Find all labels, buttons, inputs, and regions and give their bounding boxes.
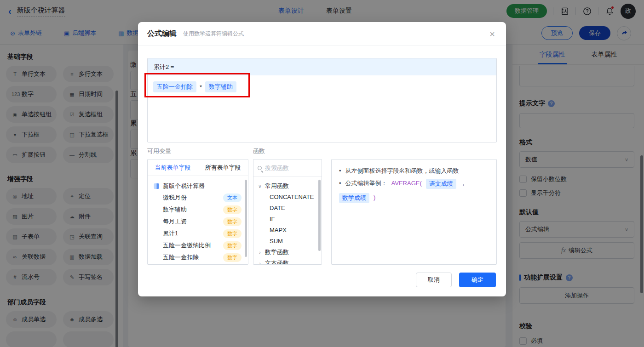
confirm-button[interactable]: 确定 bbox=[459, 273, 496, 287]
function-item[interactable]: DATE bbox=[258, 203, 322, 214]
variable-type-badge: 数字 bbox=[223, 229, 242, 238]
example-field-token: 数学成绩 bbox=[339, 193, 369, 203]
function-item[interactable]: MAPX bbox=[258, 225, 322, 236]
modal-footer: 取消 确定 bbox=[416, 273, 496, 287]
close-icon[interactable]: × bbox=[489, 29, 495, 39]
variable-name: 累计1 bbox=[163, 229, 178, 238]
help-line-1: • 从左侧面板选择字段名和函数，或输入函数 bbox=[339, 166, 489, 176]
cancel-button[interactable]: 取消 bbox=[416, 273, 452, 287]
chevron-right-icon: › bbox=[258, 250, 262, 255]
function-search bbox=[253, 159, 322, 176]
function-group-common[interactable]: ∨ 常用函数 bbox=[258, 181, 322, 192]
variables-tree: 新版个税计算器 缴税月份 文本 数字辅助 数字 bbox=[148, 176, 248, 263]
function-list: ∨ 常用函数 CONCATENATE DATE IF MAPX SUM bbox=[253, 176, 322, 265]
modal-subtitle: 使用数学运算符编辑公式 bbox=[183, 30, 244, 38]
variable-type-badge: 文本 bbox=[223, 193, 242, 202]
variables-tabs: 当前表单字段 所有表单字段 bbox=[148, 159, 248, 176]
function-group-text[interactable]: › 文本函数 bbox=[258, 258, 322, 265]
function-item[interactable]: CONCATENATE bbox=[258, 192, 322, 203]
variable-rows: 缴税月份 文本 数字辅助 数字 每月工资 数字 bbox=[153, 192, 243, 263]
variables-panel: 当前表单字段 所有表单字段 新版个税计算器 缴税月份 文本 bbox=[147, 159, 248, 265]
functions-label: 函数 bbox=[253, 147, 265, 155]
common-function-items: CONCATENATE DATE IF MAPX SUM bbox=[258, 192, 322, 247]
function-item[interactable]: SUM bbox=[258, 236, 322, 247]
tab-all-form-fields[interactable]: 所有表单字段 bbox=[198, 159, 248, 176]
example-function-name: AVERAGE( bbox=[391, 179, 422, 188]
tab-current-form-fields[interactable]: 当前表单字段 bbox=[148, 159, 198, 176]
variable-name: 五险一金缴纳比例 bbox=[163, 241, 211, 250]
annotation-red-box bbox=[144, 73, 250, 97]
variable-type-badge: 数字 bbox=[223, 217, 242, 226]
variables-label: 可用变量 bbox=[147, 147, 171, 155]
variable-row[interactable]: 数字辅助 数字 bbox=[153, 204, 243, 216]
chevron-down-icon: ∨ bbox=[258, 184, 262, 189]
formula-box: 累计2 = 五险一金扣除 * 数字辅助 bbox=[147, 58, 497, 142]
variable-type-badge: 数字 bbox=[223, 241, 242, 250]
variable-row[interactable]: 五险一金缴纳比例 数字 bbox=[153, 239, 243, 251]
form-node-label: 新版个税计算器 bbox=[163, 182, 205, 190]
variable-type-badge: 数字 bbox=[223, 253, 242, 262]
modal-title: 公式编辑 bbox=[147, 29, 177, 39]
variable-row[interactable]: 累计1 数字 bbox=[153, 228, 243, 239]
variables-scrollbar[interactable] bbox=[245, 180, 247, 257]
form-doc-icon bbox=[153, 183, 160, 189]
variable-type-badge: 数字 bbox=[223, 205, 242, 214]
functions-scrollbar[interactable] bbox=[318, 180, 321, 251]
variable-name: 数字辅助 bbox=[163, 205, 187, 214]
form-node[interactable]: 新版个税计算器 bbox=[153, 181, 243, 192]
help-line-2: • 公式编辑举例： AVERAGE( 语文成绩 ， 数学成绩 ) bbox=[339, 179, 489, 203]
variable-name: 五险一金扣除 bbox=[163, 253, 199, 262]
variable-row[interactable]: 五险一金扣除 数字 bbox=[153, 251, 243, 263]
variable-row[interactable]: 每月工资 数字 bbox=[153, 216, 243, 228]
example-function-close: ) bbox=[374, 193, 375, 202]
function-item[interactable]: IF bbox=[258, 214, 322, 225]
functions-panel: ∨ 常用函数 CONCATENATE DATE IF MAPX SUM bbox=[253, 159, 322, 265]
function-group-math[interactable]: › 数学函数 bbox=[258, 247, 322, 258]
modal-header: 公式编辑 使用数学运算符编辑公式 × bbox=[138, 22, 506, 46]
formula-help-panel: • 从左侧面板选择字段名和函数，或输入函数 • 公式编辑举例： AVERAGE(… bbox=[331, 159, 497, 265]
variable-name: 每月工资 bbox=[163, 217, 187, 226]
example-field-token: 语文成绩 bbox=[426, 179, 456, 189]
function-search-input[interactable] bbox=[265, 165, 311, 171]
chevron-right-icon: › bbox=[258, 261, 262, 265]
formula-editor-modal: 公式编辑 使用数学运算符编辑公式 × 累计2 = 五险一金扣除 * 数字辅助 可… bbox=[138, 22, 506, 296]
variable-row[interactable]: 缴税月份 文本 bbox=[153, 192, 243, 204]
variable-name: 缴税月份 bbox=[163, 193, 187, 202]
search-icon bbox=[258, 166, 262, 170]
